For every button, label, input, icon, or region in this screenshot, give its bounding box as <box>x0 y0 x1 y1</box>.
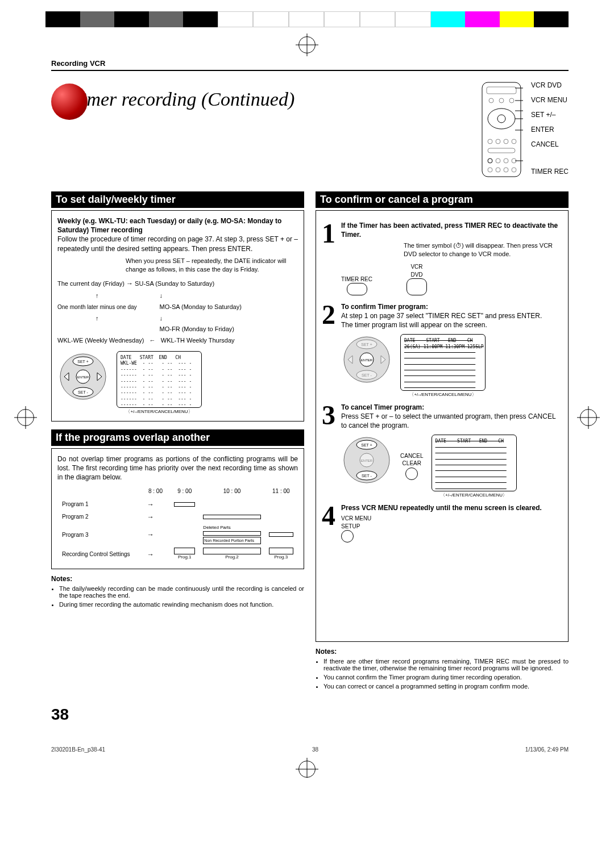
registration-crosshair-bottom-icon <box>298 761 316 778</box>
notes-right: If there are other timer record programs… <box>316 658 569 690</box>
svg-text:ENTER: ENTER <box>361 459 373 462</box>
remote-icon <box>479 81 524 178</box>
registration-crosshair-right-icon <box>580 409 597 426</box>
step-number-icon: 2 <box>322 302 335 398</box>
svg-text:SET +: SET + <box>77 360 89 364</box>
set-timer-instructions: Follow the procedure of timer recording … <box>57 235 298 253</box>
step-2: 2 To confirm Timer program: At step 1 on… <box>322 302 562 398</box>
step-number-icon: 4 <box>322 503 335 545</box>
page-number: 38 <box>51 706 569 724</box>
svg-text:SET +: SET + <box>361 343 372 347</box>
date-flow-diagram: The current day (Friday) → SU-SA (Sunday… <box>57 278 298 347</box>
remote-label-vcr-menu: VCR MENU <box>531 96 569 104</box>
section-rule <box>51 70 569 71</box>
step-number-icon: 1 <box>322 221 335 298</box>
step-3: 3 To cancel Timer program: Press SET + o… <box>322 403 562 499</box>
svg-text:SET +: SET + <box>361 443 372 447</box>
dpad-icon: SET + SET - ENTER <box>341 435 392 486</box>
osd-screen-2: DATE START END CH 26(SA) 11:00PM 11:30PM… <box>400 334 486 391</box>
overlap-text: Do not overlap timer programs as portion… <box>57 454 298 482</box>
registration-crosshair-icon <box>298 36 316 53</box>
notes-title-right: Notes: <box>316 648 569 656</box>
osd-screen-1: DATE START END CH WKL-WE - -- - -- --- -… <box>117 351 202 408</box>
osd-screen-3: DATE START END CH ------ - -- - -- --- -… <box>432 435 517 491</box>
set-minus-note: When you press SET – repeatedly, the DAT… <box>126 257 298 274</box>
remote-label-enter: ENTER <box>531 126 569 133</box>
svg-text:SET -: SET - <box>362 474 372 478</box>
weekly-daily-bold: Weekly (e.g. WKL-TU: each Tuesday) or da… <box>57 217 281 234</box>
remote-label-cancel: CANCEL <box>531 140 569 148</box>
heading-overlap: If the programs overlap another <box>51 429 304 446</box>
title-sphere-icon <box>51 84 88 120</box>
dpad-icon: SET + SET - ENTER <box>57 351 109 402</box>
page-title: Timer recording (Continued) <box>72 90 294 109</box>
step-4: 4 Press VCR MENU repeatedly until the me… <box>322 503 562 545</box>
step-1: 1 If the Timer has been activated, press… <box>322 221 562 298</box>
print-registration-bar <box>45 11 569 27</box>
remote-diagram: VCR DVD VCR MENU SET +/– ENTER CANCEL TI… <box>479 81 569 178</box>
svg-text:SET -: SET - <box>362 373 372 377</box>
heading-confirm-cancel: To confirm or cancel a program <box>316 191 569 208</box>
overlap-diagram: 8 : 00 9 : 00 10 : 00 11 : 00 Program 1 … <box>57 486 298 563</box>
notes-title-left: Notes: <box>51 575 304 583</box>
box-confirm-cancel: 1 If the Timer has been activated, press… <box>316 210 569 642</box>
svg-text:ENTER: ENTER <box>77 375 89 379</box>
svg-text:SET -: SET - <box>78 390 88 394</box>
step-number-icon: 3 <box>322 403 335 499</box>
remote-label-set: SET +/– <box>531 111 569 119</box>
remote-label-timer-rec: TIMER REC <box>531 168 569 176</box>
svg-text:ENTER: ENTER <box>361 358 373 362</box>
box-set-timer: Weekly (e.g. WKL-TU: each Tuesday) or da… <box>51 210 304 422</box>
dpad-icon: SET + SET - ENTER <box>341 334 392 385</box>
notes-left: The daily/weekly recording can be made c… <box>51 585 304 608</box>
footer-filename: 2I30201B-En_p38-41 <box>51 746 105 753</box>
heading-set-timer: To set daily/weekly timer <box>51 191 304 208</box>
footer-page: 38 <box>312 746 318 753</box>
registration-crosshair-left-icon <box>17 409 34 426</box>
box-overlap: Do not overlap timer programs as portion… <box>51 448 304 569</box>
remote-label-vcr-dvd: VCR DVD <box>531 81 569 89</box>
footer-timestamp: 1/13/06, 2:49 PM <box>525 746 569 753</box>
section-label: Recording VCR <box>51 59 569 68</box>
osd-caption-1: 〈+/–/ENTER/CANCEL/MENU〉 <box>117 409 202 415</box>
